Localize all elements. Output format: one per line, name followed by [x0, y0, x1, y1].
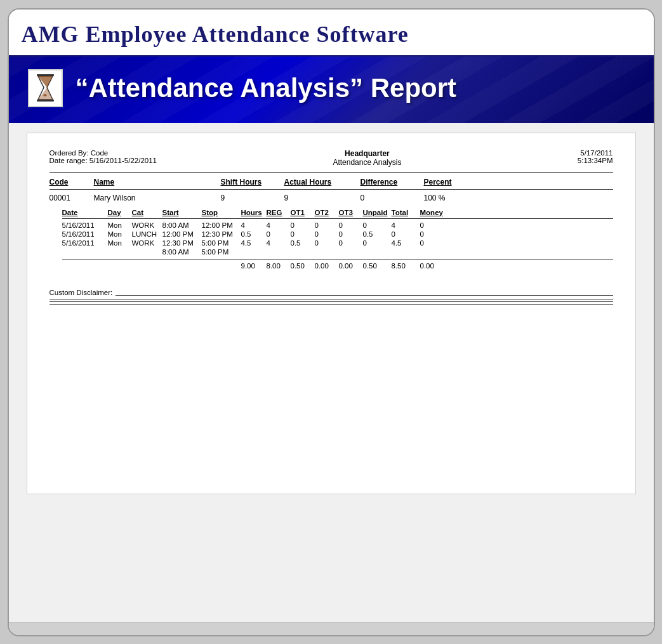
dcol-start: Start	[162, 209, 202, 216]
print-date: 5/17/2011	[578, 149, 613, 157]
report-meta-left: Ordered By: Code Date range: 5/16/2011-5…	[50, 149, 157, 164]
dcol-cat: Cat	[132, 209, 162, 216]
app-title-bar: AMG Employee Attendance Software	[9, 10, 654, 56]
banner-title: “Attendance Analysis” Report	[76, 73, 457, 103]
emp-shift: 9	[221, 194, 284, 202]
dcol-hours: Hours	[241, 209, 267, 216]
dcol-day: Day	[108, 209, 132, 216]
emp-code: 00001	[50, 194, 94, 202]
report-subtitle: Attendance Analysis	[333, 158, 401, 167]
header-divider	[50, 172, 613, 173]
disclaimer-line: Custom Disclaimer:	[50, 289, 613, 296]
banner-section: “Attendance Analysis” Report	[9, 56, 654, 123]
col-code: Code	[50, 178, 94, 187]
dcol-ot1: OT1	[291, 209, 315, 216]
total-reg: 8.00	[267, 262, 291, 270]
print-time: 5:13:34PM	[578, 157, 613, 164]
detail-col-headers: Date Day Cat Start Stop Hours REG OT1 OT…	[62, 209, 613, 219]
emp-actual: 9	[284, 194, 361, 202]
total-total: 8.50	[392, 262, 420, 270]
totals-row: 9.00 8.00 0.50 0.00 0.00 0.50 8.50 0.00	[62, 260, 613, 270]
report-meta-right: 5/17/2011 5:13:34PM	[578, 149, 613, 164]
emp-diff: 0	[361, 194, 424, 202]
disclaimer-section: Custom Disclaimer:	[50, 289, 613, 305]
total-ot2: 0.00	[315, 262, 339, 270]
dcol-ot3: OT3	[339, 209, 363, 216]
detail-row-2: 5/16/2011 Mon LUNCH 12:00 PM 12:30 PM 0.…	[62, 230, 613, 238]
report-header: Ordered By: Code Date range: 5/16/2011-5…	[50, 149, 613, 167]
disclaimer-rule-3	[50, 304, 613, 305]
date-range-row: Date range: 5/16/2011-5/22/2011	[50, 157, 157, 164]
dcol-money: Money	[420, 209, 449, 216]
disclaimer-label: Custom Disclaimer:	[50, 289, 113, 296]
hourglass-icon	[28, 69, 63, 107]
detail-section: Date Day Cat Start Stop Hours REG OT1 OT…	[62, 209, 613, 270]
detail-row-1: 5/16/2011 Mon WORK 8:00 AM 12:00 PM 4 4 …	[62, 221, 613, 229]
col-shift: Shift Hours	[221, 178, 284, 187]
col-pct: Percent	[424, 178, 487, 187]
report-paper: Ordered By: Code Date range: 5/16/2011-5…	[27, 133, 636, 494]
employee-row: 00001 Mary Wilson 9 9 0 100 %	[50, 194, 613, 202]
dcol-reg: REG	[267, 209, 291, 216]
col-name: Name	[94, 178, 221, 187]
report-content: Ordered By: Code Date range: 5/16/2011-5…	[9, 123, 654, 622]
total-unpaid: 0.50	[363, 262, 392, 270]
col-actual: Actual Hours	[284, 178, 361, 187]
dcol-stop: Stop	[202, 209, 241, 216]
footer-bar	[9, 622, 654, 635]
col-diff: Difference	[361, 178, 424, 187]
disclaimer-rule-1	[50, 299, 613, 299]
dcol-total: Total	[392, 209, 420, 216]
emp-name: Mary Wilson	[94, 194, 221, 202]
disclaimer-rule-2	[50, 301, 613, 302]
emp-pct: 100 %	[424, 194, 487, 202]
detail-row-3: 5/16/2011 Mon WORK 12:30 PM 5:00 PM 4.5 …	[62, 239, 613, 247]
app-title: AMG Employee Attendance Software	[22, 21, 641, 48]
ordered-by-row: Ordered By: Code	[50, 149, 157, 157]
dcol-ot2: OT2	[315, 209, 339, 216]
total-ot1: 0.50	[291, 262, 315, 270]
total-hours: 9.00	[241, 262, 267, 270]
report-center: Headquarter Attendance Analysis	[333, 149, 401, 167]
app-container: AMG Employee Attendance Software “Attend…	[8, 8, 655, 636]
total-money: 0.00	[420, 262, 449, 270]
dcol-unpaid: Unpaid	[363, 209, 392, 216]
total-ot3: 0.00	[339, 262, 363, 270]
column-headers: Code Name Shift Hours Actual Hours Diffe…	[50, 178, 613, 190]
summary-times-row: 8:00 AM 5:00 PM	[62, 248, 613, 256]
dcol-date: Date	[62, 209, 108, 216]
company-name: Headquarter	[333, 149, 401, 158]
